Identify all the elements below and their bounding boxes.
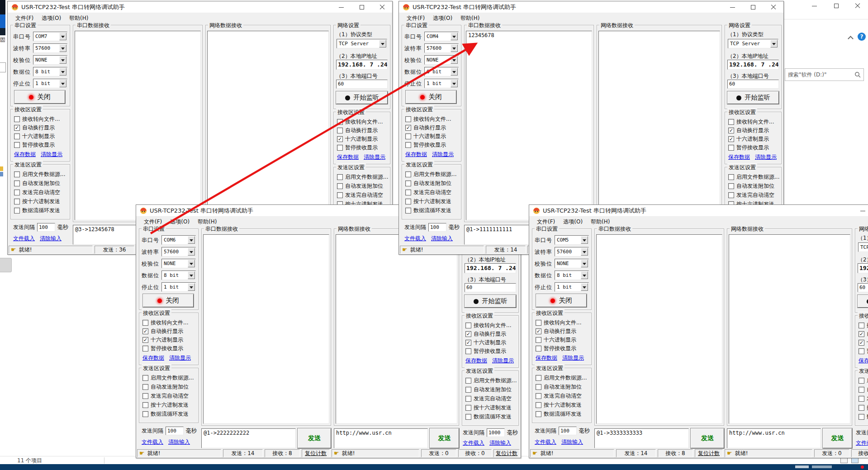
checkbox-file-source[interactable]: [337, 174, 343, 180]
data-bits-select[interactable]: 8 bit: [424, 67, 459, 76]
explorer-minimize-button[interactable]: [806, 0, 822, 12]
chevron-down-icon[interactable]: [188, 248, 195, 256]
network-send-button[interactable]: 发送: [823, 428, 852, 448]
checkbox-recv-to-file[interactable]: [405, 116, 411, 122]
checkbox-auto-newline[interactable]: [465, 331, 471, 337]
checkbox-hex-send[interactable]: [465, 405, 471, 411]
checkbox-hex-display[interactable]: [465, 340, 471, 346]
checkbox-loop-send[interactable]: [859, 414, 864, 420]
save-data-link[interactable]: 保存数据: [405, 151, 427, 158]
chevron-down-icon[interactable]: [188, 236, 195, 244]
checkbox-auto-append[interactable]: [859, 387, 864, 393]
stop-bits-select[interactable]: 1 bit: [33, 79, 67, 88]
load-file-link[interactable]: 文件载入: [13, 235, 35, 242]
save-data-link[interactable]: 保存数据: [859, 357, 868, 365]
chevron-down-icon[interactable]: [451, 56, 458, 64]
checkbox-pause-recv[interactable]: [405, 142, 411, 148]
minimize-button[interactable]: [722, 1, 743, 13]
titlebar[interactable]: USR-TCP232-Test 串口转网络调试助手: [529, 205, 868, 217]
serial-send-input[interactable]: @1->3333333333: [594, 428, 689, 448]
chevron-down-icon[interactable]: [451, 33, 458, 40]
clear-input-link[interactable]: 清除输入: [489, 439, 511, 447]
checkbox-hex-send[interactable]: [142, 402, 148, 408]
network-reset-counter-link[interactable]: 复位计数: [493, 449, 520, 457]
parity-select[interactable]: NONE: [33, 55, 67, 65]
chevron-down-icon[interactable]: [188, 260, 195, 267]
clear-display-link[interactable]: 清除显示: [169, 354, 191, 362]
save-data-link[interactable]: 保存数据: [536, 354, 557, 362]
load-file-link[interactable]: 文件载入: [404, 235, 426, 242]
checkbox-pause-recv[interactable]: [142, 346, 148, 351]
menu-options[interactable]: 选项(O): [559, 217, 587, 227]
com-port-select[interactable]: COM7: [33, 32, 67, 41]
checkbox-hex-send[interactable]: [405, 199, 411, 204]
checkbox-auto-clear[interactable]: [728, 192, 734, 198]
network-receive-area[interactable]: [598, 31, 720, 220]
serial-interval-input[interactable]: 100: [166, 427, 184, 435]
load-file-link[interactable]: 文件载入: [856, 439, 868, 447]
save-data-link[interactable]: 保存数据: [142, 354, 164, 362]
checkbox-auto-newline[interactable]: [142, 328, 148, 334]
checkbox-file-source[interactable]: [405, 171, 411, 177]
close-button[interactable]: [372, 1, 392, 13]
network-receive-area[interactable]: [729, 234, 850, 424]
checkbox-pause-recv[interactable]: [859, 348, 864, 354]
chevron-down-icon[interactable]: [581, 248, 588, 256]
checkbox-recv-to-file[interactable]: [142, 320, 148, 326]
parity-select[interactable]: NONE: [555, 259, 589, 268]
titlebar[interactable]: USR-TCP232-Test 串口转网络调试助手: [399, 1, 783, 13]
taskbar[interactable]: [0, 464, 868, 470]
checkbox-pause-recv[interactable]: [465, 348, 471, 354]
checkbox-pause-recv[interactable]: [728, 145, 734, 151]
checkbox-loop-send[interactable]: [405, 208, 411, 214]
menu-options[interactable]: 选项(O): [38, 13, 65, 23]
chevron-down-icon[interactable]: [581, 260, 588, 267]
chevron-down-icon[interactable]: [581, 236, 588, 244]
checkbox-file-source[interactable]: [465, 378, 471, 384]
checkbox-auto-clear[interactable]: [536, 393, 541, 399]
checkbox-file-source[interactable]: [14, 171, 20, 177]
checkbox-hex-send[interactable]: [536, 402, 541, 408]
chevron-down-icon[interactable]: [59, 56, 66, 64]
explorer-maximize-button[interactable]: [829, 0, 844, 12]
network-send-button[interactable]: 发送: [430, 428, 459, 448]
chevron-down-icon[interactable]: [451, 44, 458, 52]
checkbox-auto-append[interactable]: [142, 384, 148, 390]
serial-interval-input[interactable]: 100: [428, 223, 446, 232]
checkbox-loop-send[interactable]: [465, 414, 471, 420]
checkbox-recv-to-file[interactable]: [14, 116, 20, 122]
serial-reset-counter-link[interactable]: 复位计数: [695, 449, 723, 457]
checkbox-pause-recv[interactable]: [337, 145, 343, 151]
clear-input-link[interactable]: 清除输入: [431, 235, 453, 242]
com-port-select[interactable]: COM6: [161, 235, 196, 245]
com-port-select[interactable]: COM5: [555, 235, 589, 245]
checkbox-recv-to-file[interactable]: [465, 323, 471, 328]
close-serial-button[interactable]: 关闭: [14, 90, 65, 104]
checkbox-auto-clear[interactable]: [405, 190, 411, 195]
protocol-select[interactable]: TCP Server: [337, 39, 387, 48]
checkbox-file-source[interactable]: [536, 375, 541, 381]
serial-send-input[interactable]: @1->2222222222: [201, 428, 296, 448]
minimize-button[interactable]: [853, 205, 868, 217]
serial-receive-area[interactable]: [596, 234, 722, 424]
clear-input-link[interactable]: 清除输入: [561, 438, 583, 446]
clear-input-link[interactable]: 清除输入: [40, 235, 62, 242]
checkbox-auto-append[interactable]: [465, 387, 471, 393]
save-data-link[interactable]: 保存数据: [465, 357, 487, 365]
save-data-link[interactable]: 保存数据: [14, 151, 36, 158]
checkbox-file-source[interactable]: [859, 378, 864, 384]
serial-receive-area[interactable]: [75, 31, 201, 220]
local-ip-input[interactable]: 192.168. 7 .242: [465, 263, 516, 273]
checkbox-auto-newline[interactable]: [536, 328, 541, 334]
checkbox-auto-append[interactable]: [337, 183, 343, 189]
protocol-select[interactable]: TCP Server: [728, 39, 778, 48]
local-ip-input[interactable]: 192.168. 7 .242: [858, 263, 868, 273]
chevron-down-icon[interactable]: [59, 68, 66, 76]
checkbox-auto-append[interactable]: [14, 180, 20, 186]
data-bits-select[interactable]: 8 bit: [161, 271, 196, 280]
stop-bits-select[interactable]: 1 bit: [424, 79, 459, 88]
checkbox-hex-display[interactable]: [405, 133, 411, 139]
chevron-down-icon[interactable]: [451, 68, 458, 76]
listen-button[interactable]: 开始监听: [858, 295, 868, 308]
chevron-down-icon[interactable]: [581, 283, 588, 291]
